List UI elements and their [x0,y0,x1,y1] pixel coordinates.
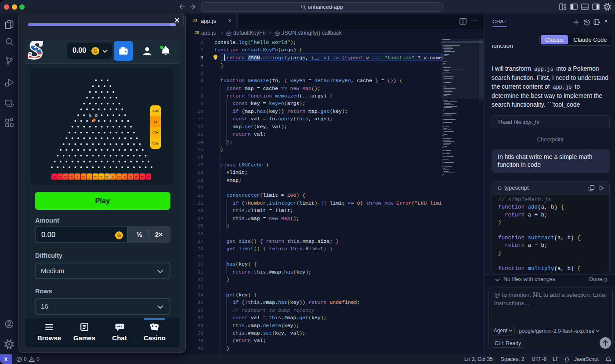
svg-text:0.3x: 0.3x [152,109,159,112]
svg-text:0.5x: 0.5x [152,131,159,134]
svg-text:10x: 10x [135,176,138,178]
svg-text:1.5x: 1.5x [117,176,121,178]
svg-text:41x: 41x [58,176,62,178]
svg-text:0.5x: 0.5x [105,176,109,178]
svg-text:1x: 1x [154,120,157,123]
svg-text:3x: 3x [124,176,126,178]
svg-text:10x: 10x [64,176,68,178]
svg-text:1x: 1x [88,176,90,178]
svg-text:3x: 3x [76,176,79,178]
svg-text:110: 110 [147,176,150,178]
svg-text:0.3x: 0.3x [152,142,159,145]
svg-text:0.3x: 0.3x [99,176,103,178]
svg-text:5x: 5x [71,176,73,178]
svg-text:1x: 1x [112,176,114,178]
svg-text:41x: 41x [141,176,145,178]
svg-text:1.5x: 1.5x [82,176,86,178]
svg-text:0.5x: 0.5x [94,176,98,178]
svg-text:110: 110 [53,176,56,178]
svg-text:5x: 5x [130,176,132,178]
